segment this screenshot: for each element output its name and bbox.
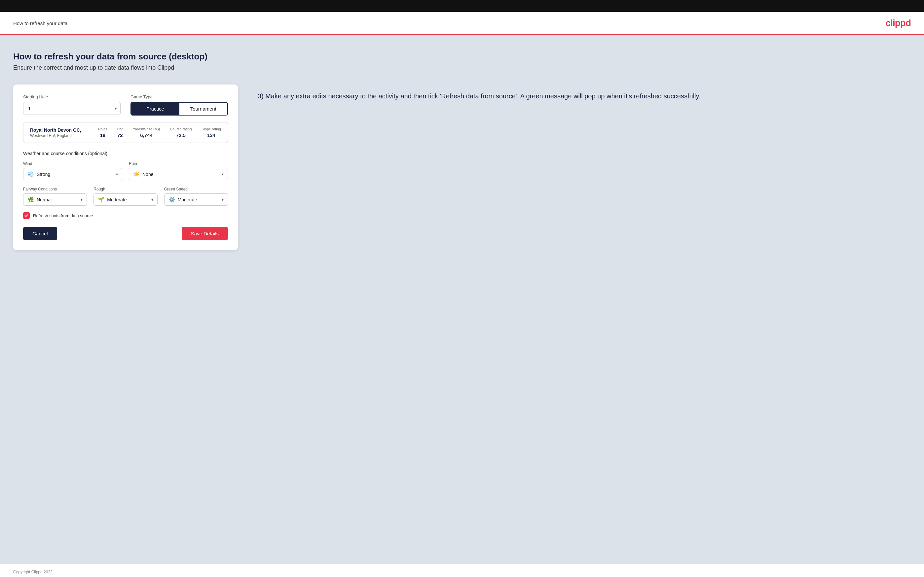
fairway-label: Fairway Conditions xyxy=(23,187,87,192)
refresh-checkbox-label: Refresh shots from data source xyxy=(33,213,93,218)
rough-select[interactable]: Moderate Light Heavy xyxy=(107,197,148,202)
wind-icon: 💨 xyxy=(27,171,34,177)
fairway-select[interactable]: Normal Soft Hard xyxy=(37,197,78,202)
header-title: How to refresh your data xyxy=(13,21,68,26)
wind-select-wrapper[interactable]: 💨 Strong Light None ▾ xyxy=(23,168,122,180)
wind-chevron-icon: ▾ xyxy=(116,172,118,177)
refresh-checkbox-row[interactable]: Refresh shots from data source xyxy=(23,212,228,219)
side-note: 3) Make any extra edits necessary to the… xyxy=(258,84,911,101)
rough-label: Rough xyxy=(94,187,157,192)
footer: Copyright Clippd 2022 xyxy=(0,564,924,577)
course-location: Westward Ho!, England xyxy=(30,133,88,138)
green-speed-icon: ⚙️ xyxy=(168,197,175,203)
course-rating-stat: Course rating 72.5 xyxy=(170,127,192,138)
save-details-button[interactable]: Save Details xyxy=(182,227,228,240)
wind-select[interactable]: Strong Light None xyxy=(37,172,113,177)
footer-text: Copyright Clippd 2022 xyxy=(13,570,53,574)
tournament-button[interactable]: Tournament xyxy=(179,103,228,115)
starting-hole-select[interactable]: 1 2 10 xyxy=(23,102,120,114)
par-value: 72 xyxy=(117,132,123,138)
slope-rating-stat: Slope rating 134 xyxy=(202,127,221,138)
yards-label: Yards/White (M)) xyxy=(133,127,160,131)
yards-stat: Yards/White (M)) 6,744 xyxy=(133,127,160,138)
fairway-group: Fairway Conditions 🌿 Normal Soft Hard ▾ xyxy=(23,187,87,206)
conditions-section-label: Weather and course conditions (optional) xyxy=(23,151,228,156)
course-row: Royal North Devon GC, Westward Ho!, Engl… xyxy=(23,122,228,143)
rain-icon: ☀️ xyxy=(133,171,140,177)
par-label: Par xyxy=(117,127,123,131)
button-row: Cancel Save Details xyxy=(23,227,228,240)
fairway-select-wrapper[interactable]: 🌿 Normal Soft Hard ▾ xyxy=(23,193,87,206)
header: How to refresh your data clippd xyxy=(0,12,924,35)
top-form-row: Starting Hole 1 2 10 ▾ Game Type Practic… xyxy=(23,94,228,116)
cancel-button[interactable]: Cancel xyxy=(23,227,57,240)
green-speed-chevron-icon: ▾ xyxy=(222,197,224,202)
fairway-icon: 🌿 xyxy=(27,197,34,203)
rough-group: Rough 🌱 Moderate Light Heavy ▾ xyxy=(94,187,157,206)
content-row: Starting Hole 1 2 10 ▾ Game Type Practic… xyxy=(13,84,911,250)
conditions-row-1: Wind 💨 Strong Light None ▾ Rain ☀️ xyxy=(23,161,228,180)
page-subheading: Ensure the correct and most up to date d… xyxy=(13,64,911,71)
rain-group: Rain ☀️ None Light Heavy ▾ xyxy=(129,161,228,180)
green-speed-group: Green Speed ⚙️ Moderate Slow Fast ▾ xyxy=(164,187,228,206)
green-speed-select[interactable]: Moderate Slow Fast xyxy=(178,197,219,202)
practice-button[interactable]: Practice xyxy=(131,103,179,115)
checkmark-icon xyxy=(24,214,28,218)
course-rating-value: 72.5 xyxy=(176,132,186,138)
rain-chevron-icon: ▾ xyxy=(222,172,224,177)
rain-select-wrapper[interactable]: ☀️ None Light Heavy ▾ xyxy=(129,168,228,180)
top-bar xyxy=(0,0,924,12)
course-stats: Holes 18 Par 72 Yards/White (M)) 6,744 C… xyxy=(98,127,221,138)
rough-chevron-icon: ▾ xyxy=(151,197,153,202)
yards-value: 6,744 xyxy=(140,132,153,138)
rough-icon: 🌱 xyxy=(98,197,104,203)
starting-hole-label: Starting Hole xyxy=(23,94,121,99)
slope-rating-label: Slope rating xyxy=(202,127,221,131)
starting-hole-group: Starting Hole 1 2 10 ▾ xyxy=(23,94,121,116)
wind-group: Wind 💨 Strong Light None ▾ xyxy=(23,161,122,180)
course-rating-label: Course rating xyxy=(170,127,192,131)
course-name: Royal North Devon GC, xyxy=(30,127,88,133)
holes-value: 18 xyxy=(100,132,105,138)
par-stat: Par 72 xyxy=(117,127,123,138)
rough-select-wrapper[interactable]: 🌱 Moderate Light Heavy ▾ xyxy=(94,193,157,206)
starting-hole-select-wrapper[interactable]: 1 2 10 ▾ xyxy=(23,102,121,115)
conditions-row-2: Fairway Conditions 🌿 Normal Soft Hard ▾ … xyxy=(23,187,228,206)
fairway-chevron-icon: ▾ xyxy=(81,197,82,202)
course-info: Royal North Devon GC, Westward Ho!, Engl… xyxy=(30,127,88,138)
page-heading: How to refresh your data from source (de… xyxy=(13,52,911,62)
logo: clippd xyxy=(886,18,911,28)
slope-rating-value: 134 xyxy=(207,132,215,138)
wind-label: Wind xyxy=(23,161,122,166)
green-speed-select-wrapper[interactable]: ⚙️ Moderate Slow Fast ▾ xyxy=(164,193,228,206)
rain-label: Rain xyxy=(129,161,228,166)
form-card: Starting Hole 1 2 10 ▾ Game Type Practic… xyxy=(13,84,238,250)
holes-stat: Holes 18 xyxy=(98,127,107,138)
game-type-group: Game Type Practice Tournament xyxy=(131,94,228,116)
game-type-label: Game Type xyxy=(131,94,228,99)
green-speed-label: Green Speed xyxy=(164,187,228,192)
refresh-checkbox[interactable] xyxy=(23,212,30,219)
game-type-toggle: Practice Tournament xyxy=(131,102,228,116)
main-content: How to refresh your data from source (de… xyxy=(0,35,924,564)
rain-select[interactable]: None Light Heavy xyxy=(142,172,219,177)
holes-label: Holes xyxy=(98,127,107,131)
